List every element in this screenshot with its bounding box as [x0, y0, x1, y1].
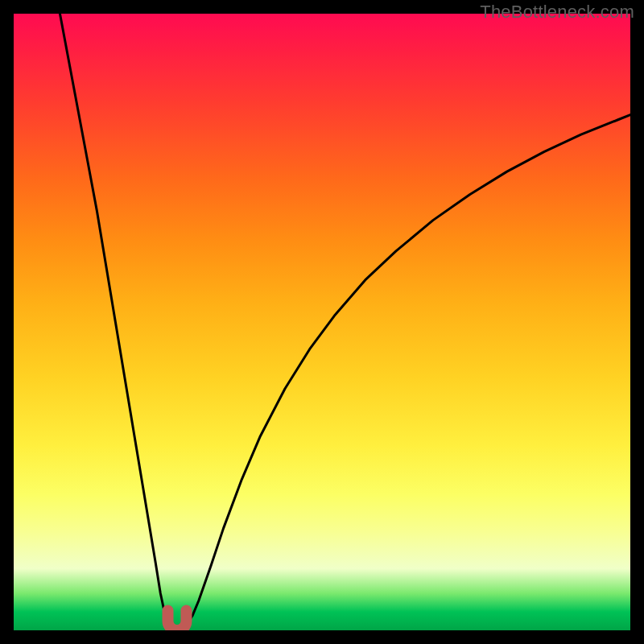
attribution-label: TheBottleneck.com — [480, 2, 634, 23]
series-right-branch — [184, 115, 630, 628]
u-shaped-dip-marker — [168, 610, 187, 630]
outer-frame: TheBottleneck.com — [0, 0, 644, 644]
plot-area — [14, 14, 630, 630]
series-left-branch — [60, 14, 171, 628]
curve-overlay — [14, 14, 630, 630]
